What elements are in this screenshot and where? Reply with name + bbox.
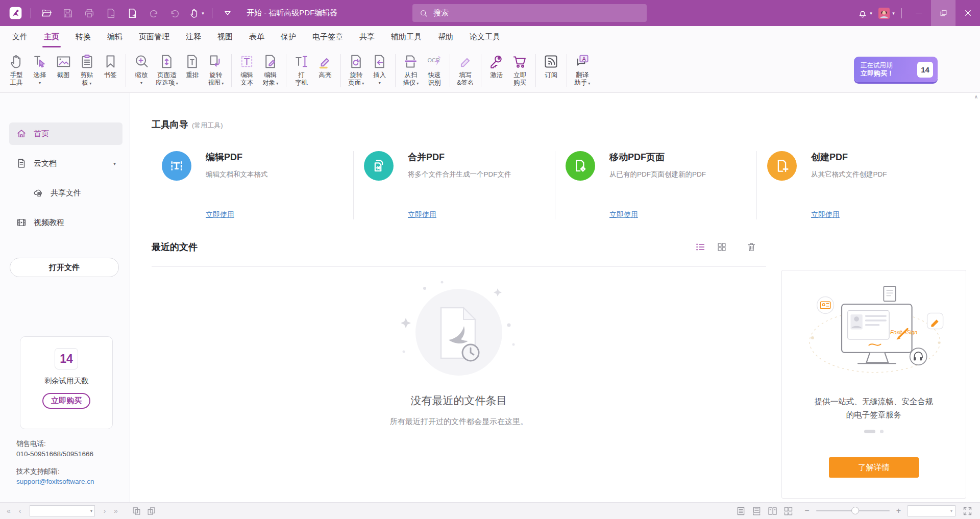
sidebar-item-video-tutorials[interactable]: 视频教程 xyxy=(9,211,122,234)
sidebar-item-cloud-docs[interactable]: 云文档▾ xyxy=(9,152,122,175)
delete-page-button[interactable] xyxy=(102,5,119,22)
zoom-in-icon[interactable]: + xyxy=(896,507,901,515)
toolbar-rotate-view-button[interactable]: 旋转视图 ▾ xyxy=(204,50,228,88)
sidebar-item-home[interactable]: 首页 xyxy=(9,122,122,145)
toolbar-rotate-page-button[interactable]: 旋转页面 ▾ xyxy=(345,50,368,88)
use-now-link-edit-pdf[interactable]: 立即使用 xyxy=(206,210,234,219)
toolbar-zoom-button[interactable]: 缩放▾ xyxy=(130,50,153,88)
toolbar-fit-options-button[interactable]: 页面适应选项 ▾ xyxy=(153,50,181,88)
toolbar-group: 激活立即购买 xyxy=(482,50,534,92)
menu-item-accessibility[interactable]: 辅助工具 xyxy=(383,26,430,48)
menu-item-esign[interactable]: 电子签章 xyxy=(304,26,351,48)
toolbar-fill-sign-button[interactable]: 填写&签名 xyxy=(454,50,477,88)
trash-icon[interactable] xyxy=(746,241,757,253)
account-button[interactable]: ▾ xyxy=(877,5,895,22)
redo-button[interactable] xyxy=(166,5,184,22)
menu-item-paper-tools[interactable]: 论文工具 xyxy=(461,26,508,48)
toolbar-purchase-button[interactable]: 立即购买 xyxy=(508,50,532,88)
toolbar-subscribe-button[interactable]: 订阅 xyxy=(540,50,563,80)
toolbar-button-label: 订阅 xyxy=(545,71,557,79)
undo-button[interactable] xyxy=(145,5,162,22)
collapse-ribbon-button[interactable] xyxy=(219,5,236,22)
toolbar-from-scanner-button[interactable]: 从扫描仪 ▾ xyxy=(399,50,423,88)
menu-item-comment[interactable]: 注释 xyxy=(178,26,209,48)
restore-button[interactable] xyxy=(931,0,955,26)
menu-item-form[interactable]: 表单 xyxy=(241,26,273,48)
previous-page-icon[interactable]: ‹ xyxy=(16,507,23,515)
learn-more-button[interactable]: 了解详情 xyxy=(829,457,919,478)
print-button[interactable] xyxy=(81,5,98,22)
zoom-slider[interactable] xyxy=(816,510,890,511)
facing-view-icon[interactable] xyxy=(767,506,778,516)
toolbar-edit-text-button[interactable]: 编辑文本 xyxy=(235,50,259,88)
first-page-icon[interactable]: « xyxy=(5,507,12,515)
toolbar-select-button[interactable]: 选择▾ xyxy=(28,50,52,88)
menu-item-help[interactable]: 帮助 xyxy=(430,26,461,48)
caret-down-icon[interactable]: ▾ xyxy=(113,161,116,166)
zoom-level-select[interactable]: ▾ xyxy=(908,505,955,516)
toolbar-group: 编辑文本编辑对象 ▾ xyxy=(233,50,285,92)
toolbar-highlight-button[interactable]: 高亮 xyxy=(313,50,337,80)
open-file-quick-button[interactable] xyxy=(38,5,55,22)
page-number-field[interactable] xyxy=(30,506,90,516)
carousel-dot-active[interactable] xyxy=(864,430,875,433)
toolbar-button-label: 填写&签名 xyxy=(457,71,474,87)
menu-item-view[interactable]: 视图 xyxy=(209,26,241,48)
menu-item-home[interactable]: 主页 xyxy=(36,26,67,48)
menu-item-share[interactable]: 共享 xyxy=(351,26,383,48)
single-page-view-icon[interactable] xyxy=(736,506,746,516)
notifications-button[interactable]: ▾ xyxy=(856,5,873,22)
zoom-slider-thumb[interactable] xyxy=(851,507,859,514)
page-number-input[interactable]: ▾ xyxy=(30,505,95,516)
use-now-link-move-pdf-pages[interactable]: 立即使用 xyxy=(609,210,638,219)
menu-item-protect[interactable]: 保护 xyxy=(273,26,304,48)
use-now-link-create-pdf[interactable]: 立即使用 xyxy=(811,210,840,219)
buy-now-button[interactable]: 立即购买 xyxy=(42,393,90,409)
facing-continuous-view-icon[interactable] xyxy=(783,506,794,516)
sidebar-item-shared-files[interactable]: 共享文件 xyxy=(9,182,122,204)
grid-view-icon[interactable] xyxy=(716,241,727,253)
list-view-icon[interactable] xyxy=(695,241,706,253)
close-button[interactable] xyxy=(955,0,980,26)
toolbar-hand-tool-button[interactable]: 手型工具 xyxy=(5,50,28,88)
toolbar-quick-ocr-button[interactable]: OCR快速识别 xyxy=(423,50,446,88)
next-view-icon[interactable] xyxy=(146,506,156,516)
toolbar-translate-assistant-button[interactable]: A翻译助手 ▾ xyxy=(571,50,594,88)
menu-item-convert[interactable]: 转换 xyxy=(67,26,99,48)
next-page-icon[interactable]: › xyxy=(101,507,108,515)
toolbar-bookmark-button[interactable]: 书签 xyxy=(99,50,122,80)
previous-view-icon[interactable] xyxy=(132,506,141,516)
zoom-out-icon[interactable]: − xyxy=(804,507,809,515)
support-email-link[interactable]: support@foxitsoftware.cn xyxy=(16,478,94,485)
recent-divider xyxy=(152,266,766,267)
toolbar-button-label: 重排 xyxy=(186,71,199,79)
minimize-button[interactable] xyxy=(906,0,931,26)
trial-badge[interactable]: 正在试用期 立即购买！ 14 xyxy=(854,57,938,82)
save-button[interactable] xyxy=(59,5,77,22)
toolbar-insert-button[interactable]: 插入▾ xyxy=(368,50,391,88)
menu-item-page-organize[interactable]: 页面管理 xyxy=(131,26,178,48)
toolbar-snapshot-button[interactable]: 截图 xyxy=(52,50,75,80)
toolbar-edit-object-button[interactable]: 编辑对象 ▾ xyxy=(259,50,282,88)
open-file-button[interactable]: 打开文件 xyxy=(10,258,119,277)
edit-text-icon xyxy=(238,53,255,70)
toolbar-reflow-button[interactable]: 重排 xyxy=(181,50,204,80)
main-content: ∧ 工具向导 (常用工具) 编辑PDF编辑文档和文本格式立即使用合并PDF将多个… xyxy=(130,93,980,502)
toolbar-typewriter-button[interactable]: 打字机 xyxy=(290,50,313,88)
touch-mode-button[interactable]: ▾ xyxy=(188,5,205,22)
toolbar-activate-button[interactable]: 激活 xyxy=(485,50,508,80)
toolbar-clipboard-button[interactable]: 剪贴板 ▾ xyxy=(75,50,99,88)
menu-item-edit[interactable]: 编辑 xyxy=(99,26,131,48)
redo-icon xyxy=(169,8,181,19)
carousel-dot[interactable] xyxy=(880,430,884,433)
search-box[interactable]: 搜索 xyxy=(412,4,647,22)
add-page-button[interactable] xyxy=(124,5,141,22)
menu-item-file[interactable]: 文件 xyxy=(4,26,36,48)
scroll-up-icon[interactable]: ∧ xyxy=(974,94,978,100)
continuous-view-icon[interactable] xyxy=(751,506,762,516)
last-page-icon[interactable]: » xyxy=(112,507,119,515)
use-now-link-merge-pdf[interactable]: 立即使用 xyxy=(408,210,436,219)
caret-down-icon: ▾ xyxy=(870,11,872,16)
sidebar-item-label: 首页 xyxy=(34,129,49,139)
fullscreen-icon[interactable] xyxy=(962,506,973,516)
